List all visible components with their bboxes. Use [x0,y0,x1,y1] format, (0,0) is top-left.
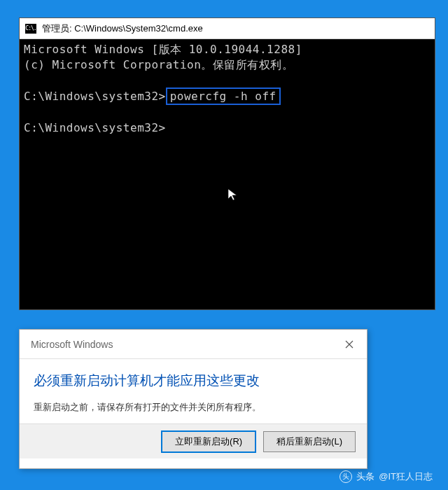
dialog-body: 必须重新启动计算机才能应用这些更改 重新启动之前，请保存所有打开的文件并关闭所有… [20,359,367,424]
dialog-heading: 必须重新启动计算机才能应用这些更改 [34,372,353,390]
terminal-prompt: C:\Windows\system32> [24,120,430,136]
terminal-output[interactable]: Microsoft Windows [版本 10.0.19044.1288] (… [20,39,435,139]
close-icon[interactable] [339,334,360,355]
cmd-window: C:\. 管理员: C:\Windows\System32\cmd.exe Mi… [19,18,435,310]
window-title: 管理员: C:\Windows\System32\cmd.exe [42,22,203,35]
terminal-prompt-line: C:\Windows\system32>powercfg -h off [24,88,430,106]
dialog-title: Microsoft Windows [31,339,113,350]
prompt-prefix: C:\Windows\system32> [24,90,166,103]
terminal-line [24,72,430,88]
restart-now-button[interactable]: 立即重新启动(R) [161,430,256,453]
mouse-cursor-icon [227,188,249,210]
terminal-line [24,105,430,120]
dialog-header: Microsoft Windows [20,330,367,359]
cmd-icon: C:\. [25,24,36,34]
watermark-icon: 头 [340,470,352,483]
terminal-line: Microsoft Windows [版本 10.0.19044.1288] [24,42,430,57]
command-highlight: powercfg -h off [166,88,281,106]
watermark-label: 头条 [356,470,374,483]
dialog-text: 重新启动之前，请保存所有打开的文件并关闭所有程序。 [34,401,353,414]
terminal-line: (c) Microsoft Corporation。保留所有权利。 [24,57,430,73]
titlebar[interactable]: C:\. 管理员: C:\Windows\System32\cmd.exe [20,18,435,39]
dialog-footer: 立即重新启动(R) 稍后重新启动(L) [20,424,367,458]
watermark: 头 头条 @IT狂人日志 [340,470,433,483]
restart-dialog: Microsoft Windows 必须重新启动计算机才能应用这些更改 重新启动… [19,329,368,469]
restart-later-button[interactable]: 稍后重新启动(L) [263,431,356,452]
watermark-handle: @IT狂人日志 [379,470,433,483]
